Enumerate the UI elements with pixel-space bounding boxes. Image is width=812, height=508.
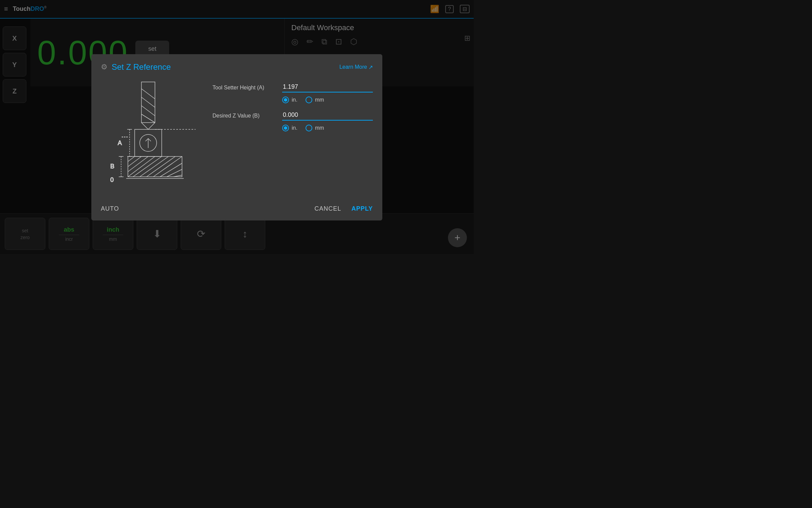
tool-setter-unit-row: in. mm <box>282 97 373 103</box>
svg-line-15 <box>128 156 141 167</box>
set-z-reference-dialog: ⚙ Set Z Reference Learn More ↗ <box>91 54 382 220</box>
radio-mm-circle <box>306 97 312 103</box>
desired-z-in-label: in. <box>292 125 297 131</box>
dialog-title: Set Z Reference <box>112 62 171 72</box>
desired-z-mm-radio[interactable]: mm <box>306 125 324 131</box>
gear-icon: ⚙ <box>101 63 108 71</box>
auto-button[interactable]: AUTO <box>101 205 119 212</box>
learn-more-link[interactable]: Learn More ↗ <box>339 64 373 70</box>
radio-z-in-circle <box>282 125 289 131</box>
svg-line-3 <box>141 106 155 116</box>
svg-text:- - -: - - - <box>122 134 128 139</box>
tool-setter-mm-radio[interactable]: mm <box>306 97 324 103</box>
tool-setter-input-group: in. mm <box>282 82 373 103</box>
tool-setter-in-radio[interactable]: in. <box>282 97 297 103</box>
dialog-title-row: ⚙ Set Z Reference <box>101 62 171 72</box>
desired-z-in-radio[interactable]: in. <box>282 125 297 131</box>
tool-setter-in-label: in. <box>292 97 297 103</box>
desired-z-mm-label: mm <box>315 125 324 131</box>
desired-z-unit-row: in. mm <box>282 125 373 131</box>
desired-z-row: Desired Z Value (B) in. mm <box>212 110 373 131</box>
tool-setter-input[interactable] <box>282 82 373 92</box>
svg-rect-13 <box>128 156 182 177</box>
apply-button[interactable]: APPLY <box>352 205 373 212</box>
svg-text:B: B <box>110 163 114 170</box>
desired-z-label: Desired Z Value (B) <box>212 110 277 119</box>
svg-line-14 <box>128 156 135 162</box>
desired-z-input-group: in. mm <box>282 110 373 131</box>
dialog-footer: AUTO CANCEL APPLY <box>101 202 373 212</box>
footer-right: CANCEL APPLY <box>315 205 373 212</box>
tool-diagram-svg: A - - - <box>101 79 196 190</box>
svg-line-4 <box>141 114 155 123</box>
external-link-icon: ↗ <box>368 64 373 70</box>
desired-z-input[interactable] <box>282 110 373 121</box>
tool-setter-row: Tool Setter Height (A) in. mm <box>212 82 373 103</box>
dialog-body: A - - - <box>101 79 373 192</box>
radio-in-circle <box>282 97 289 103</box>
tool-setter-mm-label: mm <box>315 97 324 103</box>
radio-z-mm-circle <box>306 125 312 131</box>
svg-text:A: A <box>118 140 122 146</box>
cancel-button[interactable]: CANCEL <box>315 205 341 212</box>
tool-setter-label: Tool Setter Height (A) <box>212 82 277 91</box>
diagram-area: A - - - <box>101 79 202 192</box>
form-area: Tool Setter Height (A) in. mm <box>212 79 373 192</box>
svg-text:0: 0 <box>110 176 114 183</box>
dialog-header: ⚙ Set Z Reference Learn More ↗ <box>101 62 373 72</box>
svg-line-1 <box>141 89 155 99</box>
svg-line-2 <box>141 97 155 107</box>
